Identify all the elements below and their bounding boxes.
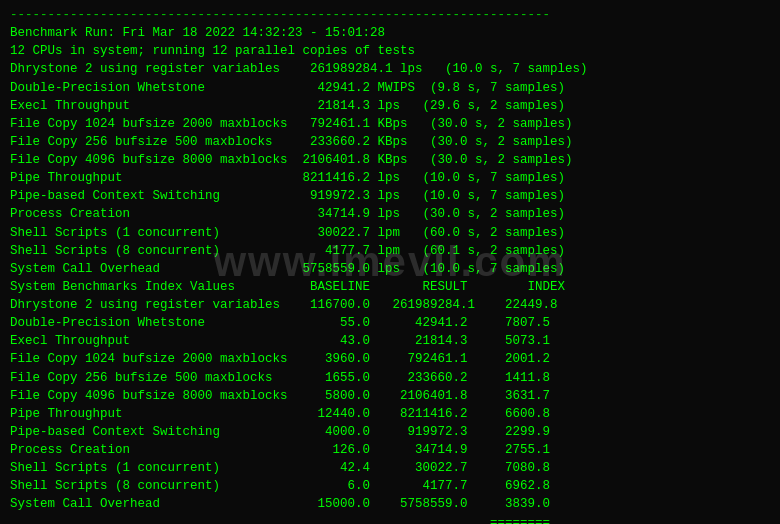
terminal-line: Shell Scripts (8 concurrent) 4177.7 lpm …	[10, 242, 770, 260]
terminal-line: ========	[10, 514, 770, 525]
terminal-line: Pipe Throughput 8211416.2 lps (10.0 s, 7…	[10, 169, 770, 187]
terminal-line: Benchmark Run: Fri Mar 18 2022 14:32:23 …	[10, 24, 770, 42]
terminal-line: File Copy 256 bufsize 500 maxblocks 2336…	[10, 133, 770, 151]
terminal-line: Pipe-based Context Switching 919972.3 lp…	[10, 187, 770, 205]
terminal-line: Dhrystone 2 using register variables 261…	[10, 60, 770, 78]
terminal-line: System Benchmarks Index Values BASELINE …	[10, 278, 770, 296]
terminal-line: System Call Overhead 15000.0 5758559.0 3…	[10, 495, 770, 513]
terminal-line: Double-Precision Whetstone 55.0 42941.2 …	[10, 314, 770, 332]
terminal-line: File Copy 256 bufsize 500 maxblocks 1655…	[10, 369, 770, 387]
terminal-output: ----------------------------------------…	[10, 6, 770, 524]
terminal-line: File Copy 4096 bufsize 8000 maxblocks 58…	[10, 387, 770, 405]
terminal-line: Process Creation 126.0 34714.9 2755.1	[10, 441, 770, 459]
terminal-line: File Copy 4096 bufsize 8000 maxblocks 21…	[10, 151, 770, 169]
terminal-line: Pipe-based Context Switching 4000.0 9199…	[10, 423, 770, 441]
terminal-line: Process Creation 34714.9 lps (30.0 s, 2 …	[10, 205, 770, 223]
terminal-line: Execl Throughput 43.0 21814.3 5073.1	[10, 332, 770, 350]
terminal-line: Double-Precision Whetstone 42941.2 MWIPS…	[10, 79, 770, 97]
terminal-line: 12 CPUs in system; running 12 parallel c…	[10, 42, 770, 60]
terminal-line: Execl Throughput 21814.3 lps (29.6 s, 2 …	[10, 97, 770, 115]
terminal-line: Shell Scripts (8 concurrent) 6.0 4177.7 …	[10, 477, 770, 495]
terminal-line: Pipe Throughput 12440.0 8211416.2 6600.8	[10, 405, 770, 423]
terminal-line: File Copy 1024 bufsize 2000 maxblocks 39…	[10, 350, 770, 368]
terminal-line: ----------------------------------------…	[10, 6, 770, 24]
terminal-line: Shell Scripts (1 concurrent) 30022.7 lpm…	[10, 224, 770, 242]
terminal-line: Dhrystone 2 using register variables 116…	[10, 296, 770, 314]
terminal-line: Shell Scripts (1 concurrent) 42.4 30022.…	[10, 459, 770, 477]
terminal-line: File Copy 1024 bufsize 2000 maxblocks 79…	[10, 115, 770, 133]
terminal-line: System Call Overhead 5758559.0 lps (10.0…	[10, 260, 770, 278]
